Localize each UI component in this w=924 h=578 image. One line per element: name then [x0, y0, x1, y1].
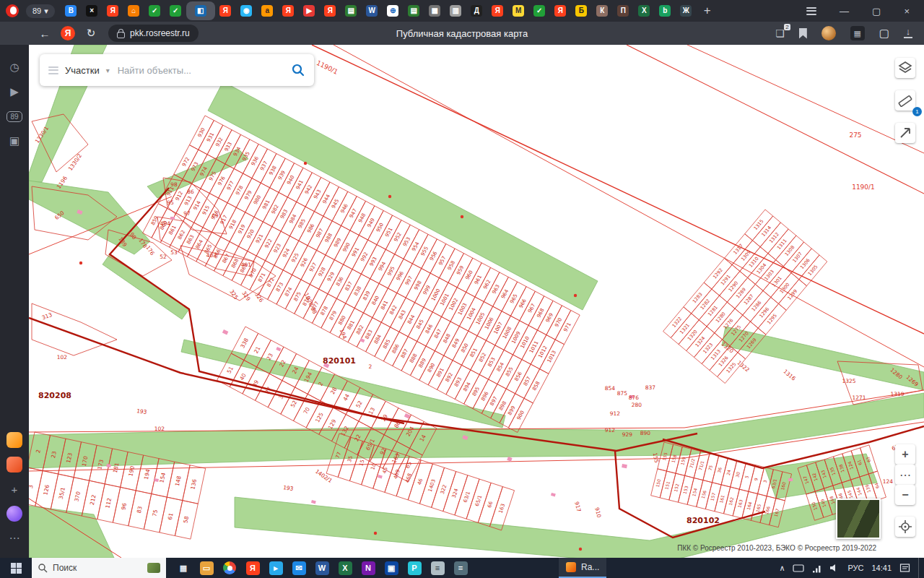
zoom-in-button[interactable]: +	[895, 444, 915, 465]
screenshot-icon[interactable]: ▣	[0, 129, 29, 153]
back-button[interactable]: ←	[33, 27, 56, 40]
close-button[interactable]: ×	[904, 6, 910, 17]
tab-5[interactable]: ✓	[144, 1, 165, 20]
tab-23[interactable]: ✓	[529, 1, 550, 20]
tray-chevron-icon[interactable]: ∧	[779, 564, 785, 573]
measure-button[interactable]	[895, 90, 915, 111]
video-icon[interactable]: ▶	[0, 79, 29, 104]
taskbar-icon-photos[interactable]: ▣	[380, 558, 403, 578]
tab-16[interactable]: ⊕	[383, 1, 404, 20]
app-orange-icon[interactable]	[0, 428, 29, 452]
map-menu-icon[interactable]	[48, 66, 58, 74]
language-indicator[interactable]: РУС	[847, 564, 863, 572]
svg-text:912: 912	[605, 427, 616, 434]
tab-20[interactable]: Д	[466, 1, 487, 20]
tab-3[interactable]: Я	[103, 1, 123, 20]
yandex-browser-logo-icon[interactable]	[6, 4, 19, 17]
minimap-thumbnail[interactable]	[836, 499, 881, 539]
volume-icon[interactable]	[829, 563, 840, 573]
new-tab-button[interactable]: +	[704, 4, 711, 18]
tab-12[interactable]: ▶	[299, 1, 320, 20]
download-icon[interactable]: ↓	[904, 28, 912, 38]
search-input[interactable]	[116, 64, 284, 77]
svg-text:159: 159	[679, 457, 687, 466]
tab-28[interactable]: X	[634, 1, 655, 20]
minimize-button[interactable]: —	[840, 6, 849, 17]
tab-22[interactable]: М	[508, 1, 529, 20]
tab-6[interactable]: ✓	[165, 1, 186, 20]
network-icon[interactable]	[812, 563, 821, 573]
zoom-out-button[interactable]: −	[895, 485, 915, 505]
tab-17[interactable]: ▤	[404, 1, 424, 20]
tab-14[interactable]: ▤	[341, 1, 362, 20]
show-desktop-button[interactable]	[918, 558, 923, 578]
taskbar-icon-excel[interactable]: X	[334, 558, 357, 578]
locate-button[interactable]	[895, 517, 915, 537]
tab-29[interactable]: b	[655, 1, 676, 20]
tab-13[interactable]: Я	[320, 1, 341, 20]
yandex-search-icon[interactable]: Я	[61, 26, 75, 40]
tabs-badge[interactable]: 89	[0, 104, 29, 129]
tab-27[interactable]: П	[613, 1, 634, 20]
zoom-menu-button[interactable]: ⋯	[895, 465, 915, 485]
taskbar-app-ra[interactable]: Ra...	[559, 558, 606, 578]
app-purple-icon[interactable]	[0, 501, 29, 526]
svg-text:1300: 1300	[779, 282, 791, 295]
tab-4[interactable]: ⌂	[123, 1, 144, 20]
tab-2[interactable]: ×	[82, 1, 103, 20]
tab-9[interactable]: ◉	[236, 1, 257, 20]
tab-25[interactable]: Б	[571, 1, 592, 20]
chevron-down-icon[interactable]: ▾	[106, 66, 110, 74]
clock[interactable]: 14:41	[871, 564, 892, 572]
notification-icon[interactable]	[899, 563, 910, 573]
tab-7[interactable]: ◧	[186, 1, 215, 20]
tab-15[interactable]: W	[362, 1, 383, 20]
tab-10[interactable]: a	[257, 1, 278, 20]
tab-19[interactable]: ▥	[445, 1, 466, 20]
layers-button[interactable]	[895, 58, 915, 78]
keyboard-icon[interactable]	[793, 563, 804, 574]
taskbar-icon-chrome[interactable]	[218, 558, 241, 578]
tab-8[interactable]: Я	[215, 1, 236, 20]
tab-11[interactable]: Я	[278, 1, 299, 20]
tab-counter[interactable]: 89 ▾	[26, 4, 55, 18]
bookmark-icon[interactable]	[799, 28, 807, 39]
tab-1[interactable]: В	[61, 1, 82, 20]
tab-favicon: М	[513, 5, 524, 17]
tab-30[interactable]: Ж	[676, 1, 697, 20]
maximize-button[interactable]: ▢	[872, 6, 881, 17]
add-app-icon[interactable]: +	[0, 477, 29, 501]
history-icon[interactable]: ◷	[0, 55, 29, 79]
app-ra-label: Ra...	[581, 562, 599, 572]
search-category[interactable]: Участки	[65, 65, 100, 76]
taskbar-icon-calc[interactable]: =	[449, 558, 472, 578]
tab-21[interactable]: Я	[487, 1, 508, 20]
taskbar-icon-telegram[interactable]: ▸	[264, 558, 287, 578]
taskbar-icon-paint[interactable]: P	[403, 558, 426, 578]
tab-26[interactable]: К	[592, 1, 613, 20]
start-button[interactable]	[0, 558, 32, 578]
taskbar-search[interactable]: Поиск	[32, 558, 166, 578]
cadastral-map-svg[interactable]: 9309319329339349359369379389399409419429…	[29, 45, 924, 558]
search-icon[interactable]	[291, 63, 305, 77]
taskbar-icon-notepad[interactable]: ≡	[426, 558, 449, 578]
side-panel-icon[interactable]: ▢	[879, 27, 889, 40]
tab-18[interactable]: ▦	[424, 1, 445, 20]
taskbar-icon-onenote[interactable]: N	[357, 558, 380, 578]
extension-dark-icon[interactable]: ▦	[850, 26, 865, 40]
menu-icon[interactable]	[806, 7, 816, 15]
taskbar-icon-explorer[interactable]: ▭	[195, 558, 218, 578]
taskbar-icon-task-view[interactable]: ▦	[172, 558, 195, 578]
url-bar[interactable]: pkk.rosreestr.ru	[108, 25, 199, 42]
taskbar-icon-word[interactable]: W	[310, 558, 334, 578]
taskbar-icon-mail[interactable]: ✉	[287, 558, 310, 578]
more-icon[interactable]: ⋯	[0, 526, 29, 551]
app-red-icon[interactable]	[0, 452, 29, 477]
extension-avatar-icon[interactable]	[821, 26, 836, 40]
collections-icon[interactable]: ❏2	[775, 27, 785, 39]
tab-24[interactable]: Я	[550, 1, 571, 20]
taskbar-icon-yandex-browser[interactable]: Я	[241, 558, 264, 578]
navigate-button[interactable]	[895, 123, 915, 143]
reload-button[interactable]: ↻	[79, 27, 103, 40]
search-highlight-icon[interactable]	[147, 563, 160, 573]
